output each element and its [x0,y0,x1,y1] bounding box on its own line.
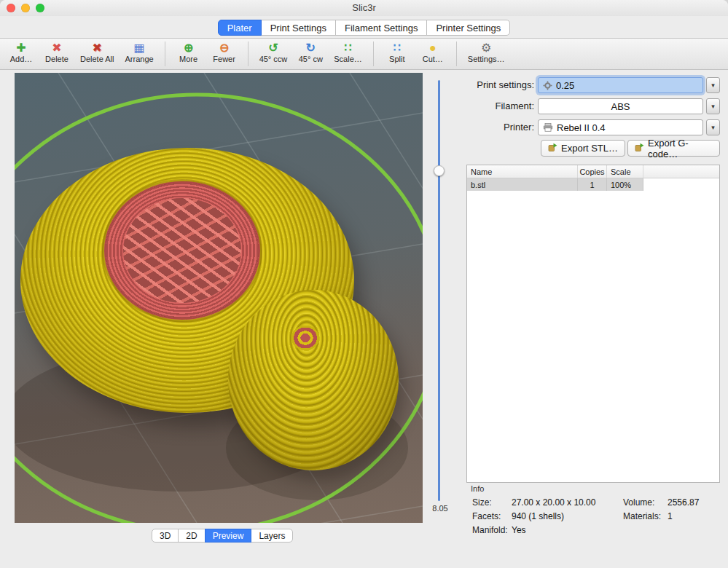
volume-label: Volume: [623,497,654,508]
object-list-table: Name Copies Scale b.stl 1 100% [466,165,720,483]
fewer-icon [219,41,229,55]
chevron-down-icon: ▾ [711,124,715,131]
zoom-button[interactable] [36,4,44,12]
delete-all-button[interactable]: Delete All [80,39,114,69]
slic3r-window: Slic3r Plater Print Settings Filament Se… [0,0,728,568]
plater-toolbar: Add… Delete Delete All Arrange More Fewe… [0,38,728,70]
rotate-cw-button[interactable]: 45° cw [298,39,323,69]
tab-plater[interactable]: Plater [218,20,262,36]
view-preview-button[interactable]: Preview [205,529,252,543]
table-header: Name Copies Scale [467,165,719,178]
add-button[interactable]: Add… [9,39,34,69]
chevron-down-icon: ▾ [711,103,715,110]
model-dome-small[interactable] [228,290,399,470]
layer-slider-track[interactable] [438,80,440,501]
close-button[interactable] [7,4,15,12]
view-mode-tabs: 3D 2D Preview Layers [152,529,293,543]
cell-name: b.stl [467,178,578,191]
facets-value: 940 (1 shells) [512,511,564,521]
more-button[interactable]: More [176,39,201,69]
printer-label: Printer: [466,119,534,135]
cut-icon [429,41,437,55]
toolbar-separator [373,42,374,66]
delete-icon [52,41,61,55]
more-icon [184,41,193,55]
arrange-button[interactable]: Arrange [125,39,153,69]
rotate-ccw-button[interactable]: 45° ccw [259,39,288,69]
filament-label: Filament: [466,98,534,114]
tab-printer-settings[interactable]: Printer Settings [426,20,510,36]
tab-print-settings[interactable]: Print Settings [261,20,336,36]
split-icon [394,41,401,55]
printer-dropdown-button[interactable]: ▾ [706,119,720,135]
scale-button[interactable]: Scale… [334,39,362,69]
toolbar-separator [456,42,457,66]
settings-icon [481,41,491,55]
export-icon [635,143,644,154]
tab-filament-settings[interactable]: Filament Settings [335,20,427,36]
gear-icon [543,81,552,90]
export-stl-button[interactable]: Export STL… [541,140,625,157]
settings-button[interactable]: Settings… [468,39,505,69]
column-header-filler [643,165,719,178]
minimize-button[interactable] [21,4,30,12]
view-2d-button[interactable]: 2D [178,529,205,543]
scale-icon [344,41,351,55]
table-row[interactable]: b.stl 1 100% [467,178,719,191]
export-gcode-button[interactable]: Export G-code… [627,140,720,157]
filament-value: ABS [611,101,630,112]
print-settings-combo[interactable]: 0.25 [538,77,703,93]
add-icon [16,41,26,55]
manifold-value: Yes [512,525,526,535]
chevron-down-icon: ▾ [711,82,715,89]
fewer-button[interactable]: Fewer [212,39,237,69]
traffic-lights [7,4,44,12]
cell-copies: 1 [578,178,607,191]
title-bar[interactable]: Slic3r [0,0,728,16]
layer-slider-thumb[interactable] [434,165,445,176]
print-settings-value: 0.25 [556,80,574,91]
view-layers-button[interactable]: Layers [251,529,293,543]
column-header-scale[interactable]: Scale [607,165,643,178]
print-settings-label: Print settings: [466,77,534,93]
split-button[interactable]: Split [385,39,410,69]
arrange-icon [133,41,144,55]
cut-button[interactable]: Cut… [420,39,445,69]
3d-viewport[interactable] [15,73,423,523]
manifold-label: Manifold: [472,525,508,535]
printer-value: Rebel II 0.4 [557,122,606,133]
rotate-ccw-icon [268,41,278,55]
print-settings-dropdown-button[interactable]: ▾ [706,77,720,93]
filament-combo[interactable]: ABS [538,98,703,114]
column-header-copies[interactable]: Copies [578,165,607,178]
materials-value: 1 [668,511,673,521]
top-infill-large [104,181,260,320]
delete-all-icon [93,41,102,55]
toolbar-separator [248,42,248,66]
size-label: Size: [472,497,492,508]
cell-scale: 100% [607,178,643,191]
size-value: 27.00 x 20.00 x 10.00 [512,497,595,508]
toolbar-separator [165,42,165,66]
info-grid: Size: 27.00 x 20.00 x 10.00 Volume: 2556… [466,497,720,543]
printer-icon [543,123,553,132]
rotate-cw-icon [306,41,316,55]
volume-value: 2556.87 [668,497,699,508]
top-infill-small [289,323,321,352]
export-icon [548,143,557,154]
view-3d-button[interactable]: 3D [152,529,179,543]
column-header-name[interactable]: Name [467,165,578,178]
facets-label: Facets: [472,511,501,521]
main-tabs: Plater Print Settings Filament Settings … [0,20,728,36]
sparse-infill-pattern [123,198,241,303]
printer-combo[interactable]: Rebel II 0.4 [538,119,703,135]
window-title: Slic3r [0,0,728,16]
info-section-title: Info [471,484,484,493]
filament-dropdown-button[interactable]: ▾ [706,98,720,114]
layer-height-value: 8.05 [427,504,453,513]
settings-panel: Print settings: 0.25 ▾ Filament: ABS ▾ P… [466,73,720,562]
delete-button[interactable]: Delete [44,39,69,69]
materials-label: Materials: [623,511,661,521]
